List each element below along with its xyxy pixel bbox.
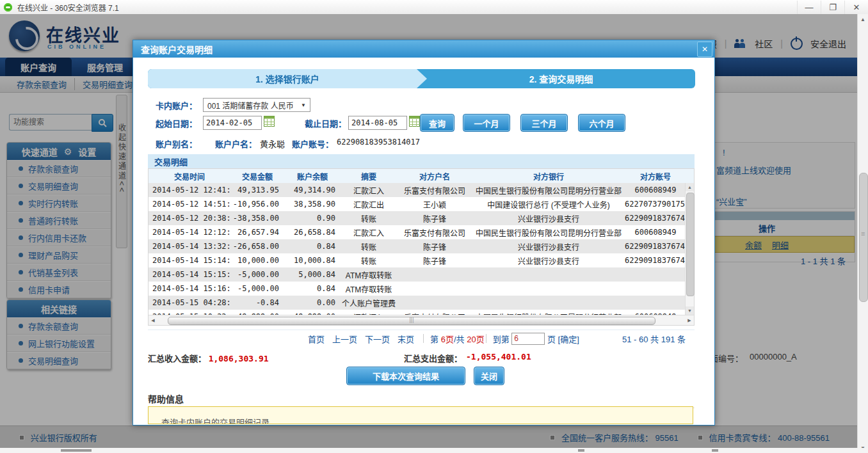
step-2: 2. 查询交易明细 bbox=[427, 69, 695, 88]
goto-label: 到第 bbox=[493, 333, 510, 345]
col-header-party: 对方户名 bbox=[397, 171, 472, 182]
account-number-value: 622908183953814017 bbox=[337, 138, 420, 147]
screen: 在线兴业 - 360安全浏览器 7.1 — ❐ ✕ 在线兴业 CIB ONLIN… bbox=[0, 0, 868, 453]
table-row[interactable]: 2014-05-14 13:32:34 -26,658.00 0.84 转账 陈… bbox=[149, 239, 694, 253]
calendar-icon[interactable] bbox=[264, 116, 275, 127]
col-header-amount: 交易金额 bbox=[230, 171, 284, 182]
scroll-up-icon[interactable]: ▲ bbox=[858, 14, 868, 24]
table-vertical-scrollbar[interactable]: ▲ ▼ bbox=[685, 183, 694, 315]
start-date-input[interactable] bbox=[203, 116, 262, 130]
maximize-button[interactable]: ❐ bbox=[821, 1, 844, 14]
divider bbox=[423, 334, 424, 343]
transaction-detail-modal: 查询账户交易明细 ✕ 2. 查询交易明细 1. 选择银行账户 卡内账户： 001… bbox=[133, 40, 715, 425]
table-row[interactable]: 2014-05-14 15:14:56 10,000.00 10,000.84 … bbox=[149, 253, 694, 267]
one-month-button[interactable]: 一个月 bbox=[463, 114, 510, 132]
chevron-down-icon: ▼ bbox=[301, 102, 306, 108]
page-indicator-mid: /共 bbox=[454, 333, 465, 345]
browser-icon bbox=[4, 3, 12, 12]
table-header-row: 交易时间 交易金额 账户余额 摘要 对方户名 对方银行 对方账号 bbox=[149, 169, 694, 183]
total-income-label: 汇总收入金额： bbox=[148, 354, 206, 363]
table-row[interactable]: 2014-05-12 14:51:56 -10,956.00 38,358.90… bbox=[149, 197, 694, 211]
holder-name-value: 黄永聪 bbox=[260, 138, 285, 150]
end-date-input[interactable] bbox=[348, 116, 407, 130]
six-month-button[interactable]: 六个月 bbox=[578, 114, 625, 132]
table-scrollbar-thumb[interactable] bbox=[686, 193, 695, 296]
help-text: 查询卡内账户的交易明细记录 bbox=[149, 407, 693, 424]
window-title: 在线兴业 - 360安全浏览器 7.1 bbox=[17, 2, 119, 13]
modal-title: 查询账户交易明细 bbox=[141, 43, 213, 56]
scroll-down-icon[interactable]: ▼ bbox=[686, 306, 694, 315]
taskbar-sliver bbox=[0, 448, 868, 453]
modal-header: 查询账户交易明细 ✕ bbox=[133, 40, 714, 58]
table-row[interactable]: 2014-05-15 10:22:45 49,999.00 49,999.00 … bbox=[149, 310, 694, 315]
three-month-button[interactable]: 三个月 bbox=[520, 114, 568, 132]
table-hscrollbar-thumb[interactable] bbox=[168, 317, 655, 325]
close-window-button[interactable]: ✕ bbox=[844, 1, 868, 14]
calendar-icon[interactable] bbox=[409, 116, 420, 127]
download-results-button[interactable]: 下载本次查询结果 bbox=[346, 367, 465, 385]
table-row[interactable]: 2014-05-14 12:12:05 26,657.94 26,658.84 … bbox=[149, 225, 694, 239]
page-indicator-pre: 第 bbox=[430, 333, 438, 345]
goto-unit: 页 bbox=[547, 333, 556, 345]
total-outgo-value: -1,055,401.01 bbox=[466, 352, 531, 362]
table-section-title: 交易明细 bbox=[148, 154, 695, 168]
account-select-value: 001 活期储蓄存款 人民币 bbox=[207, 100, 294, 111]
total-income-value: 1,086,303.91 bbox=[209, 354, 269, 363]
wizard-steps: 2. 查询交易明细 1. 选择银行账户 bbox=[148, 69, 695, 88]
first-page-link[interactable]: 首页 bbox=[308, 333, 325, 345]
total-pages: 20页 bbox=[467, 333, 484, 345]
scrollbar-thumb[interactable] bbox=[859, 173, 868, 302]
modal-close-button[interactable]: ✕ bbox=[697, 42, 712, 57]
query-button[interactable]: 查询 bbox=[420, 114, 454, 132]
holder-name-label: 账户户名： bbox=[215, 138, 257, 150]
goto-confirm-link[interactable]: [确定] bbox=[558, 333, 579, 345]
record-range: 51 - 60 共 191 条 bbox=[622, 333, 695, 345]
account-label: 卡内账户： bbox=[156, 101, 197, 111]
scroll-left-icon[interactable]: ◀ bbox=[149, 316, 157, 324]
current-page: 6页 bbox=[441, 333, 454, 345]
table-row[interactable]: 2014-05-14 15:15:28 -5,000.00 5,000.84 A… bbox=[149, 267, 694, 282]
next-page-link[interactable]: 下一页 bbox=[365, 333, 390, 345]
scroll-right-icon[interactable]: ▶ bbox=[685, 316, 694, 324]
account-number-label: 账户账号： bbox=[292, 138, 334, 150]
divider bbox=[486, 334, 486, 343]
end-date-label: 截止日期： bbox=[305, 117, 346, 129]
alias-label: 账户别名： bbox=[156, 139, 197, 149]
goto-page-input[interactable] bbox=[511, 333, 545, 345]
minimize-button[interactable]: — bbox=[797, 1, 821, 14]
total-outgo-label: 汇总支出金额： bbox=[404, 352, 462, 364]
last-page-link[interactable]: 末页 bbox=[398, 333, 414, 345]
table-row[interactable]: 2014-05-14 15:16:14 -5,000.00 0.84 ATM存取… bbox=[149, 282, 694, 296]
step-1: 1. 选择银行账户 bbox=[148, 69, 427, 88]
account-select[interactable]: 001 活期储蓄存款 人民币 ▼ bbox=[203, 98, 310, 112]
table-row[interactable]: 2014-05-12 20:38:57 -38,358.00 0.90 转账 陈… bbox=[149, 211, 694, 225]
table-row[interactable]: 2014-05-15 04:28:37 -0.84 0.00 个人账户管理费 bbox=[149, 296, 694, 310]
browser-titlebar: 在线兴业 - 360安全浏览器 7.1 — ❐ ✕ bbox=[0, 0, 868, 15]
table-body: 2014-05-12 12:41:34 49,313.95 49,314.90 … bbox=[149, 183, 694, 315]
browser-scrollbar[interactable]: ▲ ▼ bbox=[857, 14, 868, 453]
help-box: 查询卡内账户的交易明细记录 bbox=[148, 406, 693, 424]
col-header-time: 交易时间 bbox=[149, 171, 230, 182]
prev-page-link[interactable]: 上一页 bbox=[332, 333, 357, 345]
col-header-summary: 摘要 bbox=[341, 171, 397, 182]
close-dialog-button[interactable]: 关闭 bbox=[474, 367, 504, 385]
scroll-up-icon[interactable]: ▲ bbox=[686, 183, 694, 191]
table-row[interactable]: 2014-05-12 12:41:34 49,313.95 49,314.90 … bbox=[149, 183, 694, 197]
col-header-account: 对方账号 bbox=[625, 171, 686, 182]
col-header-bank: 对方银行 bbox=[472, 171, 625, 182]
pagination-bar: 首页 上一页 下一页 末页 第 6页 /共 20页 到第 页 [确定] 51 -… bbox=[148, 330, 695, 347]
transactions-table: 交易时间 交易金额 账户余额 摘要 对方户名 对方银行 对方账号 2014-05… bbox=[148, 168, 695, 326]
col-header-balance: 账户余额 bbox=[284, 171, 341, 182]
start-date-label: 起始日期： bbox=[156, 119, 197, 129]
table-horizontal-scrollbar[interactable]: ◀ ▶ bbox=[149, 315, 694, 325]
